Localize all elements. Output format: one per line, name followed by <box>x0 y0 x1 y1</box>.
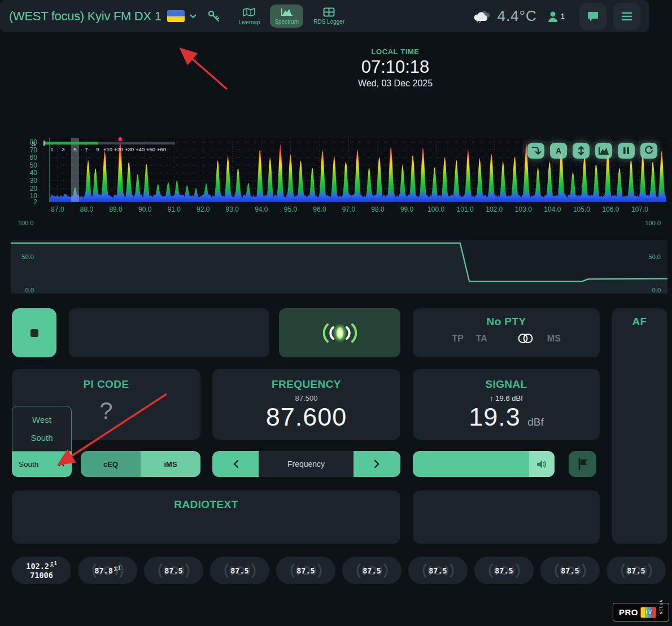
signal-panel: SIGNAL ↑ 19.6 dBf 19.3 dBf <box>413 369 600 440</box>
audio-status-button[interactable] <box>279 308 400 357</box>
preset-button[interactable]: 102.2 171006 <box>12 557 71 584</box>
frequency-title: FREQUENCY <box>212 378 400 391</box>
dropdown-option[interactable]: South <box>12 433 71 443</box>
nav-rds-logger[interactable]: RDS Logger <box>309 5 349 28</box>
stereo-icon <box>517 333 535 344</box>
svg-text:50: 50 <box>30 161 38 169</box>
pty-panel: No PTY TP TA MS <box>413 308 600 357</box>
brand-tv-icon: TV <box>640 607 656 618</box>
antenna-select[interactable]: South <box>12 452 72 477</box>
signal-history-chart: 100.0100.050.050.00.00.0 <box>11 217 667 295</box>
svg-text:89.0: 89.0 <box>109 205 123 213</box>
weather-cloud-icon <box>472 10 491 23</box>
hamburger-icon <box>621 12 632 21</box>
svg-text:+60: +60 <box>157 146 166 152</box>
chat-button[interactable] <box>579 3 606 30</box>
tune-up-button[interactable] <box>354 451 400 477</box>
menu-button[interactable] <box>613 3 640 30</box>
svg-text:102.0: 102.0 <box>486 205 503 213</box>
pty-title: No PTY <box>413 316 600 328</box>
preset-button[interactable]: 87.5 <box>342 557 402 584</box>
stop-button[interactable] <box>12 308 56 357</box>
preset-button[interactable]: 87.8 1 <box>78 557 137 584</box>
preset-button[interactable]: 87.5 <box>144 557 203 584</box>
svg-text:93.0: 93.0 <box>226 205 239 213</box>
svg-text:0.0: 0.0 <box>25 287 34 294</box>
svg-text:3: 3 <box>62 146 64 152</box>
svg-text:50.0: 50.0 <box>649 253 661 260</box>
temperature: 4.4°C <box>497 7 536 25</box>
tune-mode-label[interactable]: Frequency <box>259 451 354 477</box>
svg-text:91.0: 91.0 <box>168 205 181 213</box>
svg-text:+50: +50 <box>146 146 155 152</box>
key-icon[interactable] <box>207 10 221 23</box>
station-name-panel <box>69 308 269 357</box>
ta-flag: TA <box>476 334 487 344</box>
svg-text:5: 5 <box>73 146 76 152</box>
rds-antenna-icon <box>114 566 118 571</box>
user-icon <box>547 11 558 22</box>
svg-text:95.0: 95.0 <box>284 205 298 213</box>
extra-info-panel <box>413 491 600 544</box>
svg-text:+20: +20 <box>114 146 123 152</box>
svg-text:92.0: 92.0 <box>197 205 210 213</box>
previous-frequency: 87.500 <box>212 394 400 402</box>
arrow-down-hook-icon <box>530 145 542 156</box>
dropdown-option[interactable]: West <box>12 415 71 424</box>
svg-text:105.0: 105.0 <box>573 205 590 213</box>
autoscale-button[interactable]: A <box>550 143 567 159</box>
tune-down-button[interactable] <box>212 451 259 477</box>
svg-text:1: 1 <box>50 146 53 152</box>
svg-text:20: 20 <box>30 185 38 192</box>
refresh-button[interactable] <box>640 143 657 159</box>
svg-text:2: 2 <box>33 198 37 206</box>
radiotext-title: RADIOTEXT <box>12 498 400 511</box>
peak-drop-button[interactable] <box>527 143 544 159</box>
nav-spectrum[interactable]: Spectrum <box>270 5 303 28</box>
letter-a-icon: A <box>556 146 561 155</box>
pi-code-title: PI CODE <box>12 378 200 391</box>
chart-mode-button[interactable] <box>595 143 612 159</box>
up-arrow-icon: ↑ <box>490 394 494 402</box>
spectrum-chart[interactable]: 87.088.089.090.091.092.093.094.095.096.0… <box>11 135 667 216</box>
preset-button[interactable]: 87.5 <box>408 557 468 584</box>
chat-bubble-icon <box>587 11 599 22</box>
table-icon <box>323 7 335 17</box>
brand-pro-text: PRO <box>619 607 638 617</box>
pause-button[interactable] <box>618 143 635 159</box>
svg-text:98.0: 98.0 <box>371 205 385 213</box>
vertical-fit-button[interactable] <box>573 143 590 159</box>
svg-text:+30: +30 <box>125 146 134 152</box>
ceq-toggle-button[interactable]: cEQ <box>81 451 141 477</box>
af-panel: AF <box>612 308 667 544</box>
antenna-selected-value: South <box>19 460 38 469</box>
frequency-value[interactable]: 87.600 <box>212 402 400 432</box>
volume-slider[interactable] <box>413 451 555 477</box>
tp-flag: TP <box>452 334 463 344</box>
preset-button[interactable]: 87.5 <box>210 557 269 584</box>
chevron-down-icon[interactable] <box>189 14 197 19</box>
map-icon <box>242 7 256 17</box>
speaker-icon <box>536 459 547 469</box>
preset-button[interactable]: 87.5 <box>474 557 534 584</box>
svg-text:100.0: 100.0 <box>645 220 661 226</box>
nav-livemap[interactable]: Livemap <box>234 5 265 28</box>
brand-net-text: NET.UA <box>659 610 663 615</box>
svg-text:106.0: 106.0 <box>602 205 619 213</box>
preset-button[interactable]: 87.5 <box>276 557 335 584</box>
ims-toggle-button[interactable]: iMS <box>141 451 200 477</box>
svg-text:9: 9 <box>96 146 99 152</box>
radiotext-panel: RADIOTEXT <box>12 491 400 544</box>
svg-text:0.0: 0.0 <box>652 287 661 294</box>
flag-button[interactable] <box>569 451 596 477</box>
svg-text:60: 60 <box>30 154 38 161</box>
volume-slider-handle[interactable] <box>529 451 555 477</box>
broadcast-icon <box>318 320 362 346</box>
chevron-right-icon <box>374 459 380 469</box>
rds-antenna-icon <box>50 562 54 567</box>
server-title[interactable]: (WEST focus) Kyiv FM DX 1 <box>9 9 162 24</box>
svg-text:30: 30 <box>30 177 38 185</box>
preset-button[interactable]: 87.5 <box>540 557 600 584</box>
preset-button[interactable]: 87.5 <box>606 557 666 584</box>
ms-flag: MS <box>547 334 561 344</box>
